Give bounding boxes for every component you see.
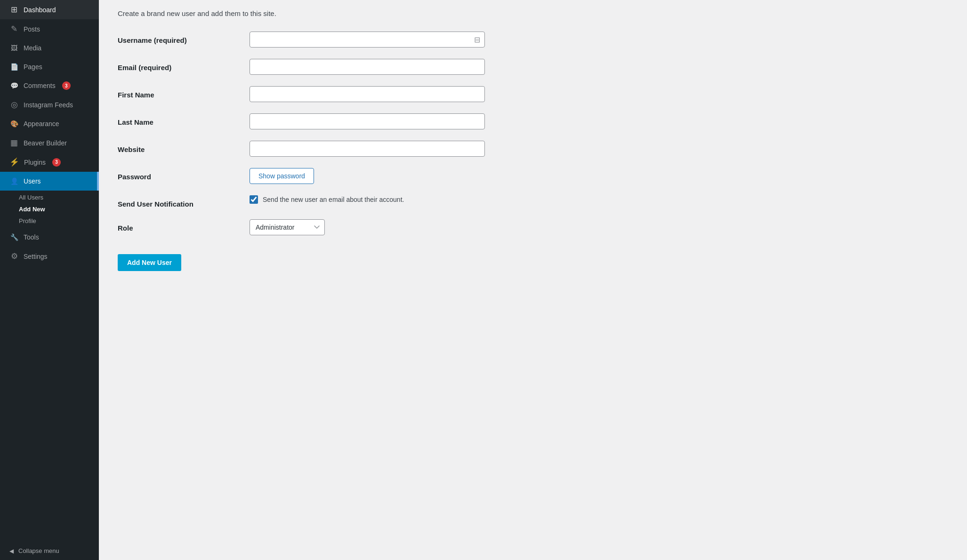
username-row: Username (required) ⊟	[118, 32, 948, 48]
website-field-wrapper	[250, 141, 485, 157]
settings-icon	[9, 251, 19, 261]
collapse-menu[interactable]: Collapse menu	[0, 542, 99, 560]
media-icon	[9, 43, 19, 53]
plugins-badge: 3	[52, 158, 61, 167]
sidebar-item-label: Instagram Feeds	[24, 101, 73, 109]
intro-text: Create a brand new user and add them to …	[118, 9, 948, 17]
sidebar-item-users[interactable]: Users	[0, 172, 99, 191]
pages-icon	[9, 62, 19, 72]
sidebar-item-label: Plugins	[24, 159, 46, 166]
submenu-profile[interactable]: Profile	[9, 215, 99, 227]
password-label: Password	[118, 168, 250, 181]
sidebar-item-label: Posts	[24, 25, 40, 33]
website-input[interactable]	[250, 141, 485, 157]
sidebar: Dashboard Posts Media Pages Comments 3 I…	[0, 0, 99, 560]
username-field: ⊟	[250, 32, 485, 48]
sidebar-item-label: Media	[24, 44, 41, 52]
role-label: Role	[118, 219, 250, 232]
email-field-wrapper	[250, 59, 485, 75]
sidebar-item-pages[interactable]: Pages	[0, 57, 99, 76]
show-password-button[interactable]: Show password	[250, 168, 314, 184]
role-row: Role Administrator Editor Author Contrib…	[118, 219, 948, 235]
sidebar-item-label: Settings	[24, 253, 48, 260]
comments-badge: 3	[62, 81, 71, 90]
sidebar-item-comments[interactable]: Comments 3	[0, 76, 99, 95]
posts-icon	[9, 24, 19, 34]
username-wrapper: ⊟	[250, 32, 485, 48]
first-name-field-wrapper	[250, 86, 485, 102]
comments-icon	[9, 81, 19, 90]
sidebar-item-label: Dashboard	[24, 6, 56, 14]
notification-field-wrapper: Send the new user an email about their a…	[250, 195, 485, 204]
website-row: Website	[118, 141, 948, 157]
first-name-row: First Name	[118, 86, 948, 102]
last-name-label: Last Name	[118, 113, 250, 126]
tools-icon	[9, 232, 19, 242]
sidebar-item-label: Comments	[24, 82, 56, 89]
username-grid-icon: ⊟	[474, 35, 480, 44]
collapse-label: Collapse menu	[18, 547, 59, 554]
plugins-icon	[9, 157, 19, 167]
submenu-add-new[interactable]: Add New	[9, 203, 99, 215]
builder-icon	[9, 138, 19, 148]
sidebar-item-label: Tools	[24, 233, 39, 241]
sidebar-item-media[interactable]: Media	[0, 39, 99, 57]
notification-checkbox[interactable]	[250, 195, 258, 204]
sidebar-item-instagram[interactable]: Instagram Feeds	[0, 95, 99, 114]
users-submenu: All Users Add New Profile	[0, 191, 99, 228]
sidebar-item-plugins[interactable]: Plugins 3	[0, 152, 99, 172]
username-label: Username (required)	[118, 32, 250, 44]
collapse-icon	[9, 547, 14, 554]
username-input[interactable]	[250, 32, 485, 48]
notification-label: Send User Notification	[118, 195, 250, 208]
password-field-wrapper: Show password	[250, 168, 485, 184]
notification-checkbox-label: Send the new user an email about their a…	[263, 196, 404, 203]
sidebar-item-label: Pages	[24, 63, 42, 71]
main-content: Create a brand new user and add them to …	[99, 0, 967, 560]
notification-checkbox-row: Send the new user an email about their a…	[250, 195, 485, 204]
dashboard-icon	[9, 5, 19, 15]
sidebar-item-beaver[interactable]: Beaver Builder	[0, 133, 99, 152]
password-row: Password Show password	[118, 168, 948, 184]
email-input[interactable]	[250, 59, 485, 75]
email-row: Email (required)	[118, 59, 948, 75]
first-name-label: First Name	[118, 86, 250, 99]
sidebar-item-label: Users	[24, 177, 41, 185]
instagram-icon	[9, 100, 19, 110]
last-name-row: Last Name	[118, 113, 948, 129]
sidebar-item-label: Beaver Builder	[24, 139, 67, 147]
role-select[interactable]: Administrator Editor Author Contributor …	[250, 219, 325, 235]
sidebar-item-tools[interactable]: Tools	[0, 228, 99, 247]
first-name-input[interactable]	[250, 86, 485, 102]
sidebar-item-dashboard[interactable]: Dashboard	[0, 0, 99, 19]
sidebar-item-posts[interactable]: Posts	[0, 19, 99, 39]
sidebar-item-appearance[interactable]: Appearance	[0, 114, 99, 133]
submenu-all-users[interactable]: All Users	[9, 192, 99, 203]
add-new-user-button[interactable]: Add New User	[118, 254, 181, 271]
last-name-field-wrapper	[250, 113, 485, 129]
sidebar-item-settings[interactable]: Settings	[0, 247, 99, 266]
notification-row: Send User Notification Send the new user…	[118, 195, 948, 208]
role-field-wrapper: Administrator Editor Author Contributor …	[250, 219, 485, 235]
last-name-input[interactable]	[250, 113, 485, 129]
appearance-icon	[9, 119, 19, 128]
sidebar-item-label: Appearance	[24, 120, 59, 128]
website-label: Website	[118, 141, 250, 153]
users-icon	[9, 176, 19, 186]
email-label: Email (required)	[118, 59, 250, 72]
